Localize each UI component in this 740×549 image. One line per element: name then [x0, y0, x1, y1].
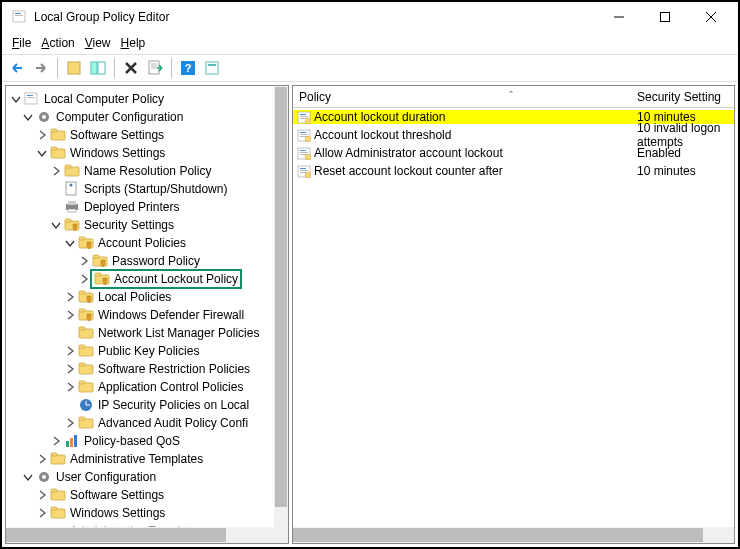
tree-password-policy[interactable]: Password Policy [8, 252, 286, 270]
properties-button[interactable] [201, 57, 223, 79]
folder-icon [78, 415, 94, 431]
folder-icon [78, 379, 94, 395]
tree-root[interactable]: Local Computer Policy [8, 90, 286, 108]
help-button[interactable]: ? [177, 57, 199, 79]
policy-name: Reset account lockout counter after [314, 164, 503, 178]
tree-qos[interactable]: Policy-based QoS [8, 432, 286, 450]
gear-icon [36, 109, 52, 125]
menu-file[interactable]: File [8, 36, 35, 50]
tree-vertical-scrollbar[interactable] [274, 86, 288, 527]
printer-icon [64, 199, 80, 215]
sort-indicator-icon: ˆ [509, 90, 513, 104]
folder-icon [50, 505, 66, 521]
tree-windows-settings-2[interactable]: Windows Settings [8, 504, 286, 522]
show-hide-tree-button[interactable] [87, 57, 109, 79]
shield-folder-icon [64, 217, 80, 233]
svg-rect-32 [91, 62, 97, 74]
tree-software-settings-1[interactable]: Software Settings [8, 126, 286, 144]
titlebar: Local Group Policy Editor [2, 2, 738, 32]
tree-wdf[interactable]: Windows Defender Firewall [8, 306, 286, 324]
tree-admin-templates-1[interactable]: Administrative Templates [8, 450, 286, 468]
detail-header: Policyˆ Security Setting [293, 86, 734, 108]
menubar: File Action View Help [2, 32, 738, 54]
tree-security-settings[interactable]: Security Settings [8, 216, 286, 234]
menu-view[interactable]: View [81, 36, 115, 50]
policy-icon [24, 91, 40, 107]
policy-name: Account lockout threshold [314, 128, 451, 142]
tree-account-policies[interactable]: Account Policies [8, 234, 286, 252]
menu-help[interactable]: Help [117, 36, 150, 50]
folder-icon [78, 343, 94, 359]
tree-software-settings-2[interactable]: Software Settings [8, 486, 286, 504]
forward-button[interactable] [30, 57, 52, 79]
close-button[interactable] [688, 2, 734, 32]
toolbar: ? [2, 54, 738, 82]
tree-pane: Local Computer Policy Computer Configura… [5, 85, 289, 544]
tree-acp[interactable]: Application Control Policies [8, 378, 286, 396]
policy-name: Allow Administrator account lockout [314, 146, 503, 160]
folder-icon [50, 487, 66, 503]
policy-name: Account lockout duration [314, 110, 445, 124]
policy-item-icon [297, 110, 311, 124]
policy-item-icon [297, 146, 311, 160]
folder-icon [50, 451, 66, 467]
tree-user-configuration[interactable]: User Configuration [8, 468, 286, 486]
detail-row[interactable]: Allow Administrator account lockoutEnabl… [293, 144, 734, 162]
svg-rect-33 [98, 62, 105, 74]
tree-srp[interactable]: Software Restriction Policies [8, 360, 286, 378]
policy-setting: 10 invalid logon attempts [633, 121, 734, 149]
shield-folder-icon [78, 235, 94, 251]
svg-rect-38 [206, 62, 218, 74]
tree-aapc[interactable]: Advanced Audit Policy Confi [8, 414, 286, 432]
policy-item-icon [297, 164, 311, 178]
svg-rect-28 [661, 13, 670, 22]
tree-pkp[interactable]: Public Key Policies [8, 342, 286, 360]
detail-pane: Policyˆ Security Setting Account lockout… [292, 85, 735, 544]
tree-account-lockout-policy[interactable]: Account Lockout Policy [8, 270, 286, 288]
ipsec-icon [78, 397, 94, 413]
shield-folder-icon [78, 289, 94, 305]
app-icon [12, 9, 28, 25]
detail-row[interactable]: Reset account lockout counter after10 mi… [293, 162, 734, 180]
tree-windows-settings-1[interactable]: Windows Settings [8, 144, 286, 162]
tree-computer-configuration[interactable]: Computer Configuration [8, 108, 286, 126]
bars-icon [64, 433, 80, 449]
folder-icon [78, 361, 94, 377]
tree-ipsec[interactable]: IP Security Policies on Local [8, 396, 286, 414]
delete-button[interactable] [120, 57, 142, 79]
folder-icon [50, 127, 66, 143]
window-title: Local Group Policy Editor [34, 10, 596, 24]
gear-icon [36, 469, 52, 485]
up-button[interactable] [63, 57, 85, 79]
svg-rect-39 [208, 64, 216, 66]
tree-local-policies[interactable]: Local Policies [8, 288, 286, 306]
tree-nlmp[interactable]: Network List Manager Policies [8, 324, 286, 342]
column-policy[interactable]: Policyˆ [293, 90, 633, 104]
detail-horizontal-scrollbar[interactable] [293, 527, 734, 543]
folder-icon [78, 325, 94, 341]
tree-horizontal-scrollbar[interactable] [6, 527, 288, 543]
shield-folder-icon [78, 307, 94, 323]
column-security-setting[interactable]: Security Setting [633, 90, 734, 104]
policy-setting: Enabled [633, 146, 734, 160]
tree-printers[interactable]: Deployed Printers [8, 198, 286, 216]
tree-scripts[interactable]: Scripts (Startup/Shutdown) [8, 180, 286, 198]
shield-folder-icon [94, 271, 110, 287]
policy-item-icon [297, 128, 311, 142]
svg-rect-31 [68, 62, 80, 74]
tree-name-resolution[interactable]: Name Resolution Policy [8, 162, 286, 180]
policy-setting: 10 minutes [633, 164, 734, 178]
scroll-icon [64, 181, 80, 197]
export-button[interactable] [144, 57, 166, 79]
svg-text:?: ? [185, 62, 192, 74]
back-button[interactable] [6, 57, 28, 79]
detail-row[interactable]: Account lockout threshold10 invalid logo… [293, 126, 734, 144]
folder-icon [64, 163, 80, 179]
maximize-button[interactable] [642, 2, 688, 32]
menu-action[interactable]: Action [37, 36, 78, 50]
minimize-button[interactable] [596, 2, 642, 32]
shield-folder-icon [92, 253, 108, 269]
folder-icon [50, 145, 66, 161]
